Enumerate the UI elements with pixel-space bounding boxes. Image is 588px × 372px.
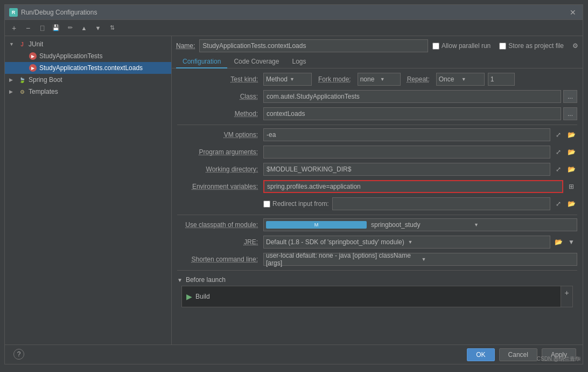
working-dir-row: Working directory: ⤢ 📂 <box>177 163 577 176</box>
add-button[interactable]: + <box>8 22 20 34</box>
jre-folder-button[interactable]: 📂 <box>552 236 564 248</box>
jre-arrow: ▼ <box>408 239 548 245</box>
repeat-arrow: ▼ <box>461 77 482 82</box>
workdir-folder-button[interactable]: 📂 <box>565 163 577 175</box>
close-button[interactable]: ✕ <box>568 7 578 18</box>
shorten-cmd-select[interactable]: user-local default: none - java [options… <box>263 253 577 266</box>
save-button[interactable]: 💾 <box>50 22 62 34</box>
fork-mode-value: none <box>360 75 378 83</box>
ok-button[interactable]: OK <box>467 348 494 361</box>
junit-expand-arrow: ▼ <box>9 42 16 47</box>
sort-button[interactable]: ⇅ <box>106 22 118 34</box>
name-input[interactable] <box>199 39 428 52</box>
redirect-actions: ⤢ 📂 <box>552 198 577 210</box>
method-label: Method: <box>177 110 263 118</box>
before-launch-header[interactable]: ▼ Before launch <box>177 274 577 286</box>
test-kind-group: Method ▼ Fork mode: none ▼ Repeat: Once … <box>263 73 577 86</box>
method-input[interactable] <box>263 107 561 120</box>
gear-icon[interactable]: ⚙ <box>572 42 578 50</box>
before-launch-list: ▶ Build + <box>181 286 573 307</box>
templates-icon: ⚙ <box>18 87 26 96</box>
args-expand-button[interactable]: ⤢ <box>552 146 564 158</box>
redirect-checkbox-label[interactable]: Redirect input from: <box>263 200 329 208</box>
redirect-folder-button[interactable]: 📂 <box>565 198 577 210</box>
jre-row: JRE: Default (1.8 - SDK of 'springboot_s… <box>177 236 577 249</box>
shorten-cmd-arrow: ▼ <box>422 257 575 262</box>
config-tree: ▼ J JUnit ▶ StudyApplicationTests <box>5 36 171 345</box>
right-header: Name: Allow parallel run Store as projec… <box>172 36 583 68</box>
class-row: Class: ... <box>177 90 577 103</box>
separator3 <box>177 270 577 271</box>
program-args-input[interactable] <box>263 146 550 159</box>
move-down-button[interactable]: ▼ <box>92 22 104 34</box>
store-as-project-checkbox[interactable] <box>499 43 506 50</box>
classpath-module-value: springboot_study <box>371 221 472 229</box>
tree-item-context-loads[interactable]: ▶ StudyApplicationTests.contextLoads <box>5 62 171 74</box>
redirect-expand-button[interactable]: ⤢ <box>552 198 564 210</box>
main-content: ▼ J JUnit ▶ StudyApplicationTests <box>5 36 583 345</box>
jre-actions: 📂 ▼ <box>552 236 577 248</box>
tree-item-spring-boot[interactable]: ▶ 🍃 Spring Boot <box>5 74 171 86</box>
build-item[interactable]: ▶ Build <box>182 286 561 307</box>
fork-mode-arrow: ▼ <box>380 77 398 82</box>
workdir-expand-button[interactable]: ⤢ <box>552 163 564 175</box>
cancel-button[interactable]: Cancel <box>499 348 537 361</box>
env-browse-button[interactable]: ⊞ <box>565 181 577 192</box>
allow-parallel-label[interactable]: Allow parallel run <box>432 42 491 50</box>
program-args-actions: ⤢ 📂 <box>552 146 577 158</box>
allow-parallel-checkbox[interactable] <box>432 43 439 50</box>
tree-item-study-app[interactable]: ▶ StudyApplicationTests <box>5 50 171 62</box>
vm-expand-button[interactable]: ⤢ <box>552 129 564 141</box>
class-label: Class: <box>177 93 263 100</box>
repeat-select[interactable]: Once ▼ <box>436 73 485 86</box>
edit-button[interactable]: ✏ <box>64 22 76 34</box>
repeat-count-input[interactable] <box>488 73 515 86</box>
study-app-icon: ▶ <box>29 52 37 60</box>
working-dir-label: Working directory: <box>177 166 263 173</box>
templates-label: Templates <box>29 88 58 95</box>
context-loads-label: StudyApplicationTests.contextLoads <box>39 64 143 72</box>
test-kind-value: Method <box>266 75 288 83</box>
fork-mode-label: Fork mode: <box>315 75 354 83</box>
shorten-cmd-value: user-local default: none - java [options… <box>266 252 419 267</box>
vm-options-input[interactable] <box>263 128 550 141</box>
vm-options-row: VM options: ⤢ 📂 <box>177 128 577 141</box>
right-panel: Name: Allow parallel run Store as projec… <box>172 36 583 345</box>
env-vars-input[interactable] <box>263 180 563 193</box>
method-actions: ... <box>563 107 577 120</box>
classpath-module-select[interactable]: M springboot_study ▼ <box>263 218 577 231</box>
class-input[interactable] <box>263 90 561 103</box>
args-folder-button[interactable]: 📂 <box>565 146 577 158</box>
test-kind-select[interactable]: Method ▼ <box>263 73 312 86</box>
fork-mode-select[interactable]: none ▼ <box>358 73 401 86</box>
vm-folder-button[interactable]: 📂 <box>565 129 577 141</box>
before-launch-section: ▼ Before launch ▶ Build + <box>177 274 577 307</box>
help-button[interactable]: ? <box>13 349 24 360</box>
working-dir-actions: ⤢ 📂 <box>552 163 577 175</box>
jre-select[interactable]: Default (1.8 - SDK of 'springboot_study'… <box>263 236 550 249</box>
tabs-row: Configuration Code Coverage Logs <box>176 56 578 68</box>
before-launch-add-button[interactable]: + <box>561 286 572 307</box>
program-args-row: Program arguments: ⤢ 📂 <box>177 146 577 159</box>
store-as-project-label[interactable]: Store as project file <box>499 42 564 50</box>
move-up-button[interactable]: ▲ <box>78 22 90 34</box>
vm-options-label: VM options: <box>177 131 263 139</box>
repeat-label: Repeat: <box>404 75 433 83</box>
redirect-input[interactable] <box>332 197 550 210</box>
before-launch-expand-icon: ▼ <box>177 277 183 283</box>
tab-logs[interactable]: Logs <box>285 56 312 68</box>
jre-dropdown-button[interactable]: ▼ <box>565 236 577 248</box>
tab-code-coverage[interactable]: Code Coverage <box>227 56 285 68</box>
jre-value: Default (1.8 - SDK of 'springboot_study'… <box>266 238 406 246</box>
redirect-checkbox[interactable] <box>263 201 270 208</box>
class-browse-button[interactable]: ... <box>563 90 577 103</box>
name-bar: Name: Allow parallel run Store as projec… <box>176 39 578 52</box>
tree-item-templates[interactable]: ▶ ⚙ Templates <box>5 86 171 98</box>
working-dir-input[interactable] <box>263 163 550 176</box>
tree-item-junit[interactable]: ▼ J JUnit <box>5 38 171 50</box>
checkboxes-row: Allow parallel run Store as project file… <box>432 42 578 50</box>
copy-button[interactable]: ⎕ <box>36 22 48 34</box>
tab-configuration[interactable]: Configuration <box>176 56 227 68</box>
remove-button[interactable]: − <box>22 22 34 34</box>
method-browse-button[interactable]: ... <box>563 107 577 120</box>
